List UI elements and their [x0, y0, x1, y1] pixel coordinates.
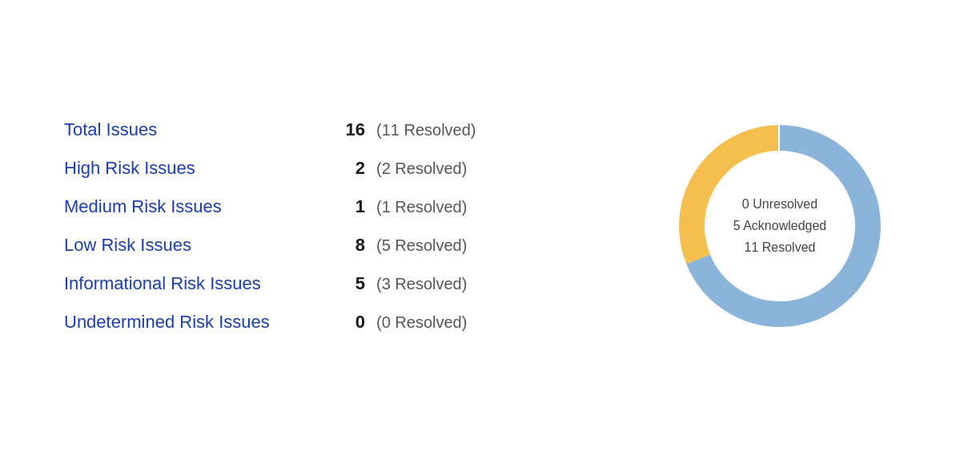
chart-area: 0 Unresolved 5 Acknowledged 11 Resolved: [644, 114, 916, 338]
issues-table: Total Issues16(11 Resolved)High Risk Iss…: [64, 119, 644, 333]
issue-label: Informational Risk Issues: [64, 273, 336, 294]
issue-count: 2: [336, 158, 365, 179]
issue-row: Low Risk Issues8(5 Resolved): [64, 235, 644, 256]
issue-count: 1: [336, 196, 365, 217]
issue-count: 5: [336, 273, 365, 294]
issue-resolved: (3 Resolved): [376, 275, 467, 293]
issue-count: 16: [336, 119, 365, 140]
issue-row: Informational Risk Issues5(3 Resolved): [64, 273, 644, 294]
issue-count: 8: [336, 235, 365, 256]
resolved-label: 11 Resolved: [733, 237, 827, 259]
issue-resolved: (5 Resolved): [376, 236, 467, 255]
donut-chart: 0 Unresolved 5 Acknowledged 11 Resolved: [668, 114, 892, 338]
issue-count: 0: [336, 312, 365, 333]
issue-resolved: (0 Resolved): [376, 313, 467, 332]
acknowledged-label: 5 Acknowledged: [733, 215, 827, 236]
unresolved-label: 0 Unresolved: [733, 193, 827, 215]
issue-label: Total Issues: [64, 119, 336, 140]
issue-resolved: (11 Resolved): [376, 121, 476, 139]
issue-row: High Risk Issues2(2 Resolved): [64, 158, 644, 179]
issue-row: Total Issues16(11 Resolved): [64, 119, 644, 140]
issue-resolved: (2 Resolved): [376, 159, 467, 178]
main-container: Total Issues16(11 Resolved)High Risk Iss…: [0, 82, 980, 370]
issue-label: Low Risk Issues: [64, 235, 336, 256]
issue-label: Undetermined Risk Issues: [64, 312, 336, 333]
issue-row: Undetermined Risk Issues0(0 Resolved): [64, 312, 644, 333]
issue-resolved: (1 Resolved): [376, 198, 467, 216]
issue-row: Medium Risk Issues1(1 Resolved): [64, 196, 644, 217]
donut-center-labels: 0 Unresolved 5 Acknowledged 11 Resolved: [733, 193, 827, 259]
issue-label: High Risk Issues: [64, 158, 336, 179]
issue-label: Medium Risk Issues: [64, 196, 336, 217]
